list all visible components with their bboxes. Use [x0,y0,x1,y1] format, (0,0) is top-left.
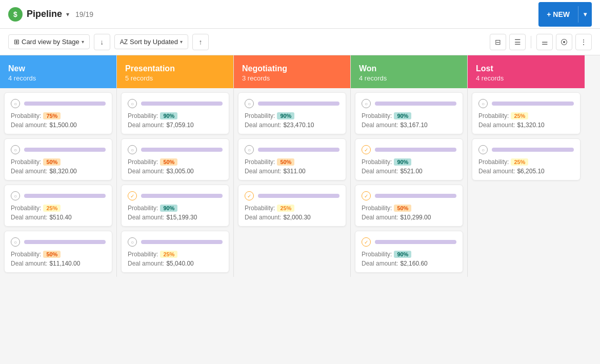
table-row[interactable]: ○ Probability: 50% Deal amount: $311.00 [238,138,346,180]
probability-badge: 90% [160,205,177,212]
card-check-icon[interactable]: ○ [245,145,254,154]
card-check-icon[interactable]: ○ [11,99,20,108]
probability-label: Probability: [362,205,392,212]
card-check-icon[interactable]: ✓ [362,191,371,200]
card-deal-row: Deal amount: $510.40 [11,214,106,221]
column-title-won: Won [359,64,459,73]
card-deal-row: Deal amount: $7,059.10 [128,122,223,129]
sort-asc-button[interactable]: ↑ [192,34,209,50]
table-row[interactable]: ○ Probability: 25% Deal amount: $6,205.1… [472,138,581,180]
card-check-icon[interactable]: ○ [128,99,137,108]
card-check-icon[interactable]: ✓ [128,191,137,200]
column-subtitle-new: 4 records [8,74,108,82]
column-presentation: Presentation 5 records ○ Probability: 90… [117,55,234,277]
probability-badge: 50% [43,158,61,166]
card-name-bar [24,148,106,152]
card-deal-row: Deal amount: $2,000.30 [245,214,339,221]
table-row[interactable]: ✓ Probability: 90% Deal amount: $15,199.… [121,185,229,227]
card-check-icon[interactable]: ○ [11,191,20,200]
table-row[interactable]: ○ Probability: 90% Deal amount: $23,470.… [238,92,346,134]
deal-label: Deal amount: [362,168,398,175]
card-check-icon[interactable]: ○ [11,237,20,247]
more-options-button[interactable]: ⋮ [575,34,592,50]
table-row[interactable]: ○ Probability: 50% Deal amount: $11,140.… [4,231,112,273]
record-count: 19/19 [75,10,93,18]
pipeline-dropdown-icon[interactable]: ▾ [66,11,69,18]
column-cards-presentation: ○ Probability: 90% Deal amount: $7,059.1… [117,88,233,277]
table-row[interactable]: ✓ Probability: 90% Deal amount: $521.00 [355,138,463,180]
card-deal-row: Deal amount: $1,500.00 [11,122,106,129]
deal-amount: $23,470.10 [283,122,314,129]
card-check-icon[interactable]: ✓ [362,145,371,154]
list-layout-button[interactable]: ☰ [509,34,526,50]
card-name-bar [24,194,106,198]
card-check-icon[interactable]: ○ [362,99,371,108]
new-button-arrow[interactable]: ▾ [578,7,592,22]
card-top: ○ [11,99,106,108]
sort-up-icon: ↑ [199,38,203,46]
deal-label: Deal amount: [245,122,281,129]
table-row[interactable]: ○ Probability: 25% Deal amount: $1,320.1… [472,92,581,134]
table-row[interactable]: ○ Probability: 75% Deal amount: $1,500.0… [4,92,112,134]
probability-badge: 50% [43,251,61,258]
column-lost: Lost 4 records ○ Probability: 25% Deal a… [468,55,585,277]
card-deal-row: Deal amount: $6,205.10 [478,168,574,175]
card-layout-icon: ⊟ [495,38,501,46]
card-top: ✓ [362,237,456,247]
card-deal-row: Deal amount: $2,160.60 [362,260,456,267]
card-name-bar [24,240,106,244]
card-view-button[interactable]: ⊞ Card view by Stage ▾ [8,34,90,49]
card-top: ✓ [362,191,456,200]
table-row[interactable]: ○ Probability: 50% Deal amount: $8,320.0… [4,138,112,180]
card-deal-row: Deal amount: $15,199.30 [128,214,223,221]
card-check-icon[interactable]: ○ [245,99,254,108]
page-title: Pipeline [27,9,62,19]
sort-label: Sort by Updated [130,38,178,46]
table-row[interactable]: ○ Probability: 90% Deal amount: $7,059.1… [121,92,229,134]
table-row[interactable]: ○ Probability: 50% Deal amount: $3,005.0… [121,138,229,180]
card-name-bar [375,240,456,244]
sort-button[interactable]: AZ Sort by Updated ▾ [114,34,188,49]
card-check-icon[interactable]: ✓ [245,191,254,200]
filter-button[interactable]: ⚌ [536,34,553,50]
card-check-icon[interactable]: ○ [478,99,488,108]
column-subtitle-presentation: 5 records [125,74,225,82]
toolbar-left: ⊞ Card view by Stage ▾ ↓ AZ Sort by Upda… [8,34,209,50]
card-check-icon[interactable]: ○ [11,145,20,154]
sort-direction-button[interactable]: ↓ [94,34,110,50]
probability-badge: 50% [160,158,177,166]
deal-label: Deal amount: [128,260,164,267]
columns-button[interactable]: ⦿ [556,34,572,50]
table-row[interactable]: ○ Probability: 90% Deal amount: $3,167.1… [355,92,463,134]
deal-amount: $8,320.00 [49,168,76,175]
table-row[interactable]: ○ Probability: 25% Deal amount: $510.40 [4,185,112,227]
probability-badge: 25% [43,205,61,212]
probability-badge: 90% [394,158,411,166]
card-probability-row: Probability: 50% [11,251,106,258]
card-top: ○ [478,145,574,154]
probability-badge: 25% [511,112,528,119]
kanban-board: New 4 records ○ Probability: 75% Deal am… [0,55,600,277]
probability-label: Probability: [478,158,509,166]
card-check-icon[interactable]: ○ [128,237,137,247]
deal-amount: $521.00 [400,168,422,175]
column-cards-negotiating: ○ Probability: 90% Deal amount: $23,470.… [234,88,350,277]
deal-label: Deal amount: [362,214,398,221]
card-check-icon[interactable]: ○ [128,145,137,154]
deal-amount: $7,059.10 [166,122,193,129]
deal-label: Deal amount: [128,168,164,175]
card-check-icon[interactable]: ✓ [362,237,371,247]
new-button[interactable]: + NEW ▾ [538,2,592,27]
deal-label: Deal amount: [245,214,281,221]
table-row[interactable]: ✓ Probability: 50% Deal amount: $10,299.… [355,185,463,227]
card-view-chevron: ▾ [82,39,84,45]
probability-label: Probability: [11,205,41,212]
card-check-icon[interactable]: ○ [478,145,488,154]
table-row[interactable]: ✓ Probability: 90% Deal amount: $2,160.6… [355,231,463,273]
table-row[interactable]: ○ Probability: 25% Deal amount: $5,040.0… [121,231,229,273]
table-row[interactable]: ✓ Probability: 25% Deal amount: $2,000.3… [238,185,346,227]
card-probability-row: Probability: 90% [362,112,456,119]
card-layout-button[interactable]: ⊟ [490,34,506,50]
card-deal-row: Deal amount: $11,140.00 [11,260,106,267]
card-top: ○ [128,99,223,108]
